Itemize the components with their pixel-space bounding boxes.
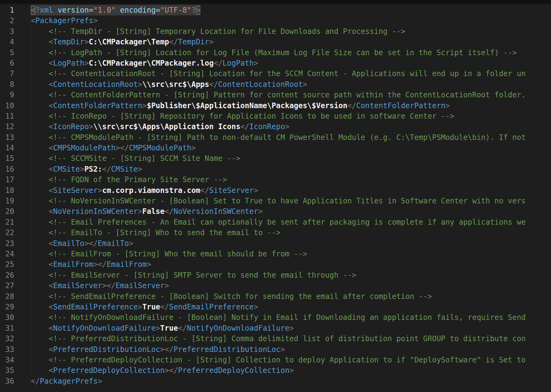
line-number[interactable]: 9 bbox=[0, 90, 14, 100]
code-token: True bbox=[160, 324, 178, 333]
line-number[interactable]: 31 bbox=[0, 323, 14, 333]
code-token: </ bbox=[240, 122, 249, 131]
code-token: > bbox=[138, 303, 142, 311]
code-line[interactable]: 14 <CMPSModulePath></CMPSModulePath> bbox=[0, 143, 551, 153]
line-number[interactable]: 32 bbox=[0, 333, 14, 344]
code-line[interactable]: 25 <EmailFrom></EmailFrom> bbox=[0, 259, 551, 270]
code-line[interactable]: 27 <EmailServer></EmailServer> bbox=[0, 280, 551, 291]
code-line[interactable]: 13 <!-- CMPSModulePath - [String] Path t… bbox=[0, 132, 551, 143]
line-number[interactable]: 8 bbox=[0, 79, 14, 90]
code-token bbox=[31, 303, 49, 311]
line-number[interactable]: 2 bbox=[0, 15, 14, 26]
code-line[interactable]: 3 <!-- TempDir - [String] Temporary Loca… bbox=[0, 26, 551, 37]
line-number[interactable]: 6 bbox=[0, 58, 14, 68]
code-token: ContentLocationRoot bbox=[218, 80, 303, 89]
code-line[interactable]: 23 <EmailTo></EmailTo> bbox=[0, 238, 551, 249]
line-number[interactable]: 19 bbox=[0, 196, 14, 206]
line-number[interactable]: 26 bbox=[0, 270, 14, 280]
code-line[interactable]: 17 <!-- FQDN of the Primary Site Server … bbox=[0, 174, 551, 185]
line-text: <!-- FQDN of the Primary Site Server --> bbox=[31, 174, 227, 185]
code-line[interactable]: 12 <IconRepo>\\src\src$\Apps\Application… bbox=[0, 121, 551, 132]
line-number[interactable]: 12 bbox=[0, 121, 14, 132]
code-line[interactable]: 36</PackagerPrefs> bbox=[0, 376, 551, 386]
code-token: = bbox=[156, 6, 160, 14]
code-line[interactable]: 33 <PreferredDistributionLoc></Preferred… bbox=[0, 344, 551, 355]
line-text: <NotifyOnDownloadFailure>True</NotifyOnD… bbox=[31, 323, 294, 333]
code-line[interactable]: 24 <!-- EmailFrom - [String] Who the ema… bbox=[0, 249, 551, 259]
line-number[interactable]: 35 bbox=[0, 365, 14, 376]
code-line[interactable]: 4 <TempDir>C:\CMPackager\Temp</TempDir> bbox=[0, 37, 551, 47]
code-token bbox=[31, 218, 49, 227]
code-token: < bbox=[49, 101, 53, 110]
line-number[interactable]: 36 bbox=[0, 376, 14, 386]
line-number[interactable]: 24 bbox=[0, 249, 14, 259]
code-line[interactable]: 21 <!-- Email Preferences - An Email can… bbox=[0, 217, 551, 227]
line-number[interactable]: 27 bbox=[0, 280, 14, 291]
code-content: <NotifyOnDownloadFailure>True</NotifyOnD… bbox=[14, 323, 551, 333]
code-line[interactable]: 32 <!-- PreferredDistributionLoc - [Stri… bbox=[0, 333, 551, 344]
code-line[interactable]: 7 <!-- ContentLocationRoot - [String] Lo… bbox=[0, 68, 551, 79]
code-token bbox=[31, 91, 49, 99]
line-number[interactable]: 7 bbox=[0, 68, 14, 79]
code-line[interactable]: 10 <ContentFolderPattern>$Publisher\$App… bbox=[0, 100, 551, 111]
code-line[interactable]: 15 <!-- SCCMSite - [String] SCCM Site Na… bbox=[0, 153, 551, 164]
line-number[interactable]: 13 bbox=[0, 132, 14, 143]
line-number[interactable]: 30 bbox=[0, 312, 14, 323]
code-content: <!-- NotifyOnDownloadFailure - [Boolean]… bbox=[14, 312, 551, 323]
code-line[interactable]: 22 <!-- EmailTo - [String] Who to send t… bbox=[0, 227, 551, 238]
line-number[interactable]: 22 bbox=[0, 227, 14, 238]
line-number[interactable]: 14 bbox=[0, 143, 14, 153]
code-editor[interactable]: 1<?xml version="1.0" encoding="UTF-8"?>2… bbox=[0, 0, 551, 392]
code-line[interactable]: 6 <LogPath>C:\CMPackager\CMPackager.log<… bbox=[0, 58, 551, 68]
code-content: <!-- EmailServer - [String] SMTP Server … bbox=[14, 270, 551, 280]
code-line[interactable]: 28 <!-- SendEmailPreference - [Boolean] … bbox=[0, 291, 551, 302]
code-line[interactable]: 29 <SendEmailPreference>True</SendEmailP… bbox=[0, 302, 551, 312]
code-token: > bbox=[84, 59, 89, 67]
code-line[interactable]: 5 <!-- LogPath - [String] Location for L… bbox=[0, 47, 551, 58]
code-line[interactable]: 20 <NoVersionInSWCenter>False</NoVersion… bbox=[0, 206, 551, 217]
code-line[interactable]: 11 <!-- IconRepo - [String] Repository f… bbox=[0, 111, 551, 121]
code-line[interactable]: 9 <!-- ContentFolderPattern - [String] P… bbox=[0, 90, 551, 100]
code-token: > bbox=[138, 165, 142, 174]
line-number[interactable]: 17 bbox=[0, 174, 14, 185]
code-token bbox=[31, 186, 49, 195]
line-number[interactable]: 4 bbox=[0, 37, 14, 47]
code-token: LogPath bbox=[222, 59, 254, 67]
code-token bbox=[31, 239, 49, 248]
code-line[interactable]: 18 <SiteServer>cm.corp.viamonstra.com</S… bbox=[0, 185, 551, 196]
line-number[interactable]: 28 bbox=[0, 291, 14, 302]
line-number[interactable]: 10 bbox=[0, 100, 14, 111]
line-number[interactable]: 18 bbox=[0, 185, 14, 196]
line-number[interactable]: 11 bbox=[0, 111, 14, 121]
code-token bbox=[31, 260, 49, 269]
code-line[interactable]: 31 <NotifyOnDownloadFailure>True</Notify… bbox=[0, 323, 551, 333]
line-text: <PreferredDistributionLoc></PreferredDis… bbox=[31, 344, 285, 355]
line-number[interactable]: 5 bbox=[0, 47, 14, 58]
code-line[interactable]: 1<?xml version="1.0" encoding="UTF-8"?> bbox=[0, 5, 551, 15]
line-number[interactable]: 23 bbox=[0, 238, 14, 249]
code-line[interactable]: 19 <!-- NoVersionInSWCenter - [Boolean] … bbox=[0, 196, 551, 206]
code-line[interactable]: 35 <PreferredDeployCollection></Preferre… bbox=[0, 365, 551, 376]
line-number[interactable]: 3 bbox=[0, 26, 14, 37]
code-token: < bbox=[49, 239, 53, 248]
code-token: True bbox=[142, 303, 160, 311]
code-line[interactable]: 34 <!-- PreferredDeployCollection - [Str… bbox=[0, 355, 551, 365]
code-token: > bbox=[98, 377, 102, 386]
line-number[interactable]: 16 bbox=[0, 164, 14, 174]
line-number[interactable]: 20 bbox=[0, 206, 14, 217]
line-number[interactable]: 34 bbox=[0, 355, 14, 365]
line-number[interactable]: 25 bbox=[0, 259, 14, 270]
line-number[interactable]: 33 bbox=[0, 344, 14, 355]
code-line[interactable]: 26 <!-- EmailServer - [String] SMTP Serv… bbox=[0, 270, 551, 280]
code-line[interactable]: 8 <ContentLocationRoot>\\src\src$\Apps</… bbox=[0, 79, 551, 90]
line-number[interactable]: 1 bbox=[0, 5, 14, 15]
code-line[interactable]: 2<PackagerPrefs> bbox=[0, 15, 551, 26]
code-line[interactable]: 16 <CMSite>PS2:</CMSite> bbox=[0, 164, 551, 174]
line-number[interactable]: 29 bbox=[0, 302, 14, 312]
code-token: <!-- FQDN of the Primary Site Server --> bbox=[49, 175, 227, 184]
code-line[interactable]: 30 <!-- NotifyOnDownloadFailure - [Boole… bbox=[0, 312, 551, 323]
bracket-match: < bbox=[31, 6, 35, 14]
line-number[interactable]: 21 bbox=[0, 217, 14, 227]
code-token: SendEmailPreference bbox=[53, 303, 138, 311]
line-number[interactable]: 15 bbox=[0, 153, 14, 164]
